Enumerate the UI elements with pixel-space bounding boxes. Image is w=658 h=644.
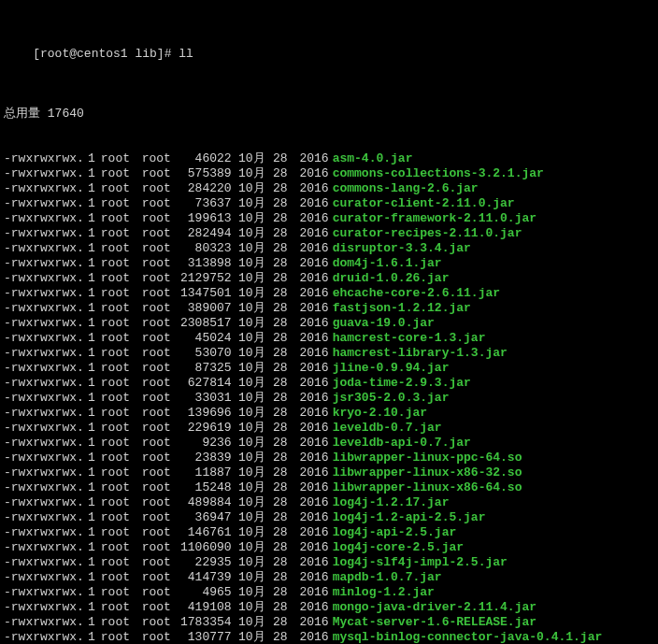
file-links: 1 bbox=[88, 465, 95, 480]
file-name: libwrapper-linux-x86-64.so bbox=[333, 480, 522, 494]
file-group: root bbox=[142, 361, 176, 376]
file-owner: root bbox=[101, 421, 135, 436]
file-day: 28 bbox=[265, 525, 288, 540]
file-day: 28 bbox=[265, 361, 288, 376]
file-group: root bbox=[142, 600, 176, 615]
file-links: 1 bbox=[88, 316, 95, 331]
file-day: 28 bbox=[265, 271, 288, 286]
file-perms: -rwxrwxrwx. bbox=[4, 391, 80, 406]
file-links: 1 bbox=[88, 406, 95, 421]
file-row: -rwxrwxrwx. 1root root3303110月282016jsr3… bbox=[4, 391, 654, 406]
file-year: 2016 bbox=[288, 600, 333, 615]
file-group: root bbox=[142, 391, 176, 406]
file-size: 9236 bbox=[176, 436, 232, 451]
file-group: root bbox=[142, 585, 176, 600]
file-name: mongo-java-driver-2.11.4.jar bbox=[333, 600, 536, 614]
file-day: 28 bbox=[265, 346, 288, 361]
file-perms: -rwxrwxrwx. bbox=[4, 271, 80, 286]
file-owner: root bbox=[101, 211, 135, 226]
file-month: 10月 bbox=[234, 346, 265, 361]
file-day: 28 bbox=[265, 256, 288, 271]
file-links: 1 bbox=[88, 436, 95, 451]
file-group: root bbox=[142, 465, 176, 480]
file-row: -rwxrwxrwx. 1root root496510月282016minlo… bbox=[4, 585, 654, 600]
file-owner: root bbox=[101, 406, 135, 421]
file-day: 28 bbox=[265, 406, 288, 421]
file-day: 28 bbox=[265, 451, 288, 465]
file-row: -rwxrwxrwx. 1root root4602210月282016asm-… bbox=[4, 151, 654, 166]
file-row: -rwxrwxrwx. 1root root1524810月282016libw… bbox=[4, 480, 654, 495]
file-size: 139696 bbox=[176, 406, 232, 421]
file-name: asm-4.0.jar bbox=[333, 151, 413, 165]
file-perms: -rwxrwxrwx. bbox=[4, 181, 80, 196]
file-year: 2016 bbox=[288, 630, 333, 644]
file-links: 1 bbox=[88, 585, 95, 600]
file-perms: -rwxrwxrwx. bbox=[4, 256, 80, 271]
file-group: root bbox=[142, 436, 176, 451]
file-owner: root bbox=[101, 181, 135, 196]
file-year: 2016 bbox=[288, 540, 333, 555]
file-day: 28 bbox=[265, 226, 288, 241]
file-owner: root bbox=[101, 585, 135, 600]
file-year: 2016 bbox=[288, 211, 333, 226]
file-month: 10月 bbox=[234, 540, 265, 555]
file-links: 1 bbox=[88, 451, 95, 465]
file-links: 1 bbox=[88, 271, 95, 286]
file-links: 1 bbox=[88, 495, 95, 510]
file-name: hamcrest-core-1.3.jar bbox=[333, 331, 486, 345]
file-group: root bbox=[142, 555, 176, 570]
file-perms: -rwxrwxrwx. bbox=[4, 361, 80, 376]
file-year: 2016 bbox=[288, 271, 333, 286]
file-month: 10月 bbox=[234, 301, 265, 316]
file-perms: -rwxrwxrwx. bbox=[4, 510, 80, 525]
file-month: 10月 bbox=[234, 151, 265, 166]
file-size: 313898 bbox=[176, 256, 232, 271]
file-year: 2016 bbox=[288, 256, 333, 271]
file-perms: -rwxrwxrwx. bbox=[4, 331, 80, 346]
file-owner: root bbox=[101, 271, 135, 286]
file-year: 2016 bbox=[288, 406, 333, 421]
file-year: 2016 bbox=[288, 436, 333, 451]
file-size: 284220 bbox=[176, 181, 232, 196]
file-links: 1 bbox=[88, 166, 95, 181]
file-links: 1 bbox=[88, 226, 95, 241]
file-group: root bbox=[142, 286, 176, 301]
file-links: 1 bbox=[88, 196, 95, 211]
file-owner: root bbox=[101, 480, 135, 495]
file-name: hamcrest-library-1.3.jar bbox=[333, 346, 508, 360]
file-month: 10月 bbox=[234, 525, 265, 540]
file-row: -rwxrwxrwx. 1root root230851710月282016gu… bbox=[4, 316, 654, 331]
file-owner: root bbox=[101, 196, 135, 211]
file-size: 4965 bbox=[176, 585, 232, 600]
file-size: 73637 bbox=[176, 196, 232, 211]
file-owner: root bbox=[101, 331, 135, 346]
file-owner: root bbox=[101, 495, 135, 510]
file-size: 419108 bbox=[176, 600, 232, 615]
file-group: root bbox=[142, 376, 176, 391]
file-links: 1 bbox=[88, 600, 95, 615]
file-name: commons-collections-3.2.1.jar bbox=[333, 166, 544, 180]
file-perms: -rwxrwxrwx. bbox=[4, 376, 80, 391]
file-group: root bbox=[142, 525, 176, 540]
file-day: 28 bbox=[265, 391, 288, 406]
file-row: -rwxrwxrwx. 1root root110609010月282016lo… bbox=[4, 540, 654, 555]
file-month: 10月 bbox=[234, 465, 265, 480]
file-day: 28 bbox=[265, 301, 288, 316]
file-size: 1106090 bbox=[176, 540, 232, 555]
file-row: -rwxrwxrwx. 1root root41473910月282016map… bbox=[4, 570, 654, 585]
file-row: -rwxrwxrwx. 1root root57538910月282016com… bbox=[4, 166, 654, 181]
file-size: 22935 bbox=[176, 555, 232, 570]
terminal-output[interactable]: [root@centos1 lib]# ll 总用量 17640 -rwxrwx… bbox=[0, 0, 658, 644]
file-size: 575389 bbox=[176, 166, 232, 181]
file-month: 10月 bbox=[234, 555, 265, 570]
file-size: 1783354 bbox=[176, 615, 232, 630]
file-perms: -rwxrwxrwx. bbox=[4, 196, 80, 211]
file-owner: root bbox=[101, 301, 135, 316]
file-day: 28 bbox=[265, 555, 288, 570]
file-size: 46022 bbox=[176, 151, 232, 166]
file-group: root bbox=[142, 151, 176, 166]
file-size: 1347501 bbox=[176, 286, 232, 301]
file-row: -rwxrwxrwx. 1root root31389810月282016dom… bbox=[4, 256, 654, 271]
file-links: 1 bbox=[88, 151, 95, 166]
file-year: 2016 bbox=[288, 346, 333, 361]
